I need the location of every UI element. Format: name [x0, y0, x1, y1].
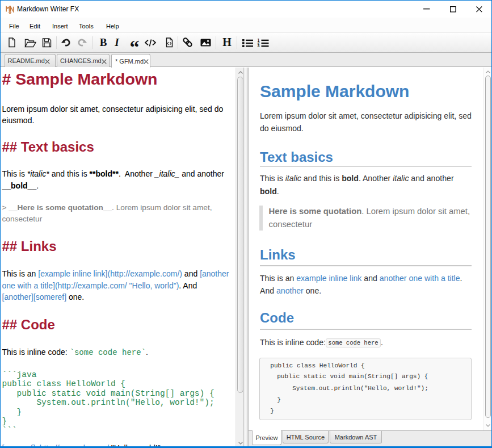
svg-text:3: 3: [258, 44, 260, 48]
